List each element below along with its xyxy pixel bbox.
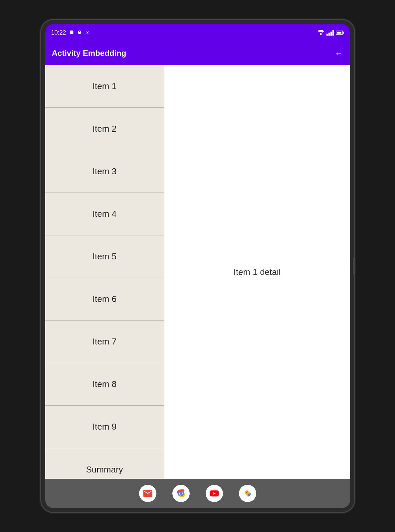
list-item[interactable]: Item 3 [45, 150, 164, 193]
list-item-label: Item 6 [93, 294, 116, 304]
list-item-label: Item 4 [93, 209, 116, 219]
battery-icon [336, 31, 344, 35]
app-bar-title: Activity Embedding [52, 49, 327, 58]
tablet-screen: 10:22 [45, 24, 350, 508]
list-item-label: Item 3 [93, 166, 116, 177]
nav-bar [45, 479, 350, 508]
notification-icon [69, 30, 74, 36]
list-item-label: Item 2 [93, 124, 116, 134]
gmail-app-icon[interactable] [139, 485, 156, 502]
list-item[interactable]: Item 7 [45, 321, 164, 363]
wifi-icon [317, 29, 324, 36]
status-bar: 10:22 [45, 24, 350, 41]
back-button[interactable]: ← [335, 48, 343, 59]
signal-icon [326, 30, 334, 36]
list-item[interactable]: Item 8 [45, 363, 164, 406]
svg-point-6 [180, 492, 182, 495]
list-item-label: Item 1 [93, 81, 116, 91]
download-icon [85, 30, 90, 36]
status-left: 10:22 [51, 29, 90, 36]
list-item[interactable]: Item 2 [45, 108, 164, 150]
list-item-label: Item 7 [93, 336, 116, 347]
list-panel: Item 1 Item 2 Item 3 Item 4 Item 5 Item … [45, 65, 164, 479]
tablet-frame: 10:22 [41, 20, 354, 512]
youtube-app-icon[interactable] [206, 485, 223, 502]
time-display: 10:22 [51, 29, 66, 36]
svg-rect-0 [70, 30, 73, 34]
detail-text: Item 1 detail [234, 267, 281, 277]
app-bar: Activity Embedding ← [45, 41, 350, 65]
main-content: Item 1 Item 2 Item 3 Item 4 Item 5 Item … [45, 65, 350, 479]
chrome-app-icon[interactable] [172, 485, 190, 502]
photos-app-icon[interactable] [239, 485, 256, 502]
list-item-label: Item 9 [93, 422, 116, 432]
list-item-label: Item 5 [93, 251, 116, 262]
list-item-label: Summary [86, 465, 123, 475]
list-item[interactable]: Item 1 [45, 65, 164, 108]
detail-panel: Item 1 detail [164, 65, 350, 479]
list-item[interactable]: Item 4 [45, 193, 164, 235]
alarm-icon [77, 30, 82, 36]
list-item-summary[interactable]: Summary [45, 448, 164, 479]
list-item[interactable]: Item 9 [45, 406, 164, 448]
list-item[interactable]: Item 6 [45, 278, 164, 321]
side-button[interactable] [353, 258, 355, 274]
list-item-label: Item 8 [93, 379, 116, 389]
list-item[interactable]: Item 5 [45, 235, 164, 278]
status-right [317, 29, 344, 36]
